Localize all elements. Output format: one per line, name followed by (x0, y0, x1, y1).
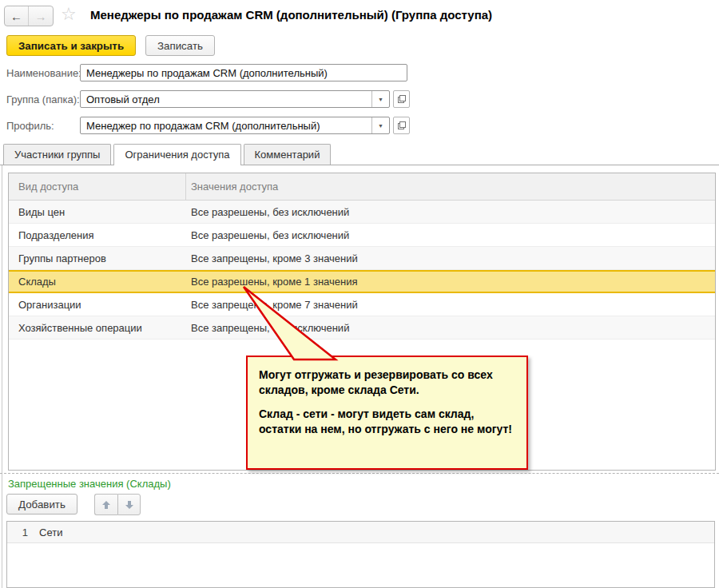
add-button[interactable]: Добавить (6, 494, 77, 514)
tab-access-restrictions[interactable]: Ограничения доступа (113, 144, 240, 165)
save-button[interactable]: Записать (145, 35, 215, 56)
column-header-access-kind[interactable]: Вид доступа (9, 173, 186, 200)
profile-field-value: Менеджер по продажам CRM (дополнительный… (81, 120, 371, 132)
access-value-cell: Все разрешены, без исключений (186, 206, 715, 218)
move-down-button[interactable] (117, 494, 141, 515)
section-splitter[interactable] (0, 473, 719, 474)
access-value-cell: Все разрешены, без исключений (186, 229, 715, 241)
access-table-header: Вид доступа Значения доступа (9, 173, 715, 201)
group-field-value: Оптовый отдел (81, 93, 371, 105)
restricted-values-table: 1 Сети (6, 521, 715, 588)
name-field-value: Менеджеры по продажам CRM (дополнительны… (81, 67, 407, 79)
group-dropdown-arrow-icon[interactable]: ▼ (371, 91, 389, 107)
access-kind-cell: Организации (9, 299, 186, 311)
group-field[interactable]: Оптовый отдел ▼ (80, 90, 390, 108)
tab-group-members[interactable]: Участники группы (3, 144, 111, 165)
page-title: Менеджеры по продажам CRM (дополнительны… (90, 8, 492, 22)
name-field[interactable]: Менеджеры по продажам CRM (дополнительны… (80, 64, 407, 81)
tab-comment[interactable]: Комментарий (244, 144, 332, 165)
annotation-callout: Могут отгружать и резервировать со всех … (246, 356, 528, 470)
table-row[interactable]: Организации Все запрещены, кроме 7 значе… (9, 293, 715, 316)
open-window-icon (397, 121, 407, 130)
profile-field-label: Профиль: (6, 120, 54, 132)
table-row-selected[interactable]: Склады Все разрешены, кроме 1 значения (9, 270, 715, 293)
column-header-access-values[interactable]: Значения доступа (186, 173, 715, 200)
table-row[interactable]: Подразделения Все разрешены, без исключе… (9, 224, 715, 247)
table-row[interactable]: Группы партнеров Все запрещены, кроме 3 … (9, 247, 715, 270)
group-field-label: Группа (папка): (6, 93, 80, 105)
table-row[interactable]: Хозяйственные операции Все запрещены, бе… (9, 316, 715, 340)
move-buttons-group (94, 494, 141, 515)
access-value-cell: Все разрешены, кроме 1 значения (186, 276, 715, 288)
access-kind-cell: Хозяйственные операции (9, 322, 186, 334)
favorite-star-icon[interactable]: ☆ (61, 4, 77, 25)
open-window-icon (397, 94, 407, 104)
move-up-button[interactable] (94, 494, 117, 515)
access-kind-cell: Подразделения (9, 229, 186, 241)
row-number: 1 (7, 526, 28, 538)
access-kind-cell: Группы партнеров (9, 252, 186, 264)
callout-paragraph-2: Склад - сети - могут видеть сам склад, о… (259, 407, 515, 437)
profile-dropdown-arrow-icon[interactable]: ▼ (371, 117, 389, 133)
access-kind-cell: Виды цен (9, 206, 186, 218)
row-value: Сети (39, 526, 62, 538)
tabstrip: Участники группы Ограничения доступа Ком… (0, 144, 719, 165)
callout-paragraph-1: Могут отгружать и резервировать со всех … (259, 368, 515, 398)
panel-left-border (2, 165, 2, 588)
name-field-label: Наименование: (6, 67, 81, 79)
profile-field[interactable]: Менеджер по продажам CRM (дополнительный… (80, 117, 390, 134)
forward-arrow-icon[interactable]: → (29, 6, 53, 26)
arrow-up-icon (101, 500, 111, 510)
profile-open-button[interactable] (393, 117, 410, 134)
table-row[interactable]: Виды цен Все разрешены, без исключений (9, 201, 715, 224)
history-nav-group: ← → (4, 6, 54, 26)
access-value-cell: Все запрещены, без исключений (186, 322, 715, 334)
save-and-close-button[interactable]: Записать и закрыть (6, 35, 136, 56)
list-item[interactable]: 1 Сети (7, 522, 714, 543)
access-kind-cell: Склады (9, 276, 186, 288)
restricted-values-title: Запрещенные значения (Склады) (8, 478, 171, 490)
access-value-cell: Все запрещены, кроме 3 значений (186, 252, 715, 264)
access-value-cell: Все запрещены, кроме 7 значений (186, 299, 715, 311)
arrow-down-icon (125, 500, 134, 510)
group-open-button[interactable] (393, 90, 410, 108)
back-arrow-icon[interactable]: ← (5, 6, 29, 26)
